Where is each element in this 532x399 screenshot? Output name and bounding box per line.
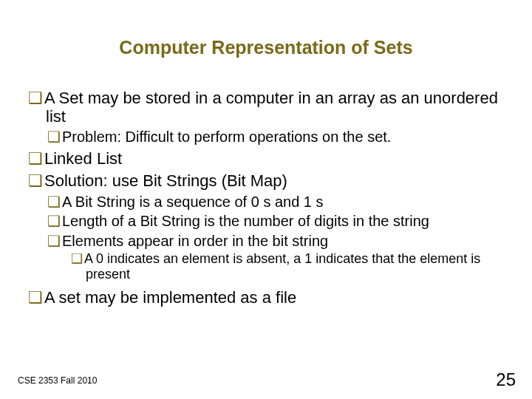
- footer-course: CSE 2353 Fall 2010: [18, 375, 97, 386]
- slide-title: Computer Representation of Sets: [0, 37, 532, 58]
- bullet-level1: ❑Solution: use Bit Strings (Bit Map): [28, 172, 510, 191]
- square-bullet-icon: ❑: [28, 149, 43, 168]
- square-bullet-icon: ❑: [28, 89, 43, 107]
- bullet-level2: ❑Problem: Difficult to perform operation…: [47, 129, 510, 145]
- square-bullet-icon: ❑: [71, 251, 83, 266]
- bullet-text: Problem: Difficult to perform operations…: [62, 129, 391, 145]
- bullet-text: A 0 indicates an element is absent, a 1 …: [84, 251, 480, 282]
- slide-content: ❑A Set may be stored in a computer in an…: [28, 85, 510, 307]
- square-bullet-icon: ❑: [28, 288, 43, 307]
- bullet-level2: ❑Elements appear in order in the bit str…: [47, 233, 510, 249]
- square-bullet-icon: ❑: [47, 233, 61, 249]
- bullet-text: Linked List: [44, 149, 122, 168]
- bullet-level2: ❑A Bit String is a sequence of 0 s and 1…: [47, 194, 510, 210]
- slide: Computer Representation of Sets ❑A Set m…: [0, 0, 532, 399]
- square-bullet-icon: ❑: [28, 171, 43, 190]
- square-bullet-icon: ❑: [47, 194, 61, 210]
- bullet-text: Solution: use Bit Strings (Bit Map): [44, 171, 287, 190]
- page-number: 25: [496, 369, 516, 390]
- bullet-text: Length of a Bit String is the number of …: [62, 213, 429, 229]
- bullet-level1: ❑Linked List: [28, 150, 510, 168]
- bullet-level3: ❑A 0 indicates an element is absent, a 1…: [71, 251, 510, 282]
- bullet-level2: ❑Length of a Bit String is the number of…: [47, 213, 510, 229]
- square-bullet-icon: ❑: [47, 213, 61, 229]
- bullet-level1: ❑A Set may be stored in a computer in an…: [28, 89, 510, 126]
- bullet-text: A Set may be stored in a computer in an …: [44, 89, 498, 126]
- bullet-text: A Bit String is a sequence of 0 s and 1 …: [62, 194, 324, 210]
- bullet-text: A set may be implemented as a file: [44, 288, 296, 307]
- bullet-level1: ❑A set may be implemented as a file: [28, 289, 510, 307]
- square-bullet-icon: ❑: [47, 129, 61, 145]
- bullet-text: Elements appear in order in the bit stri…: [62, 233, 328, 249]
